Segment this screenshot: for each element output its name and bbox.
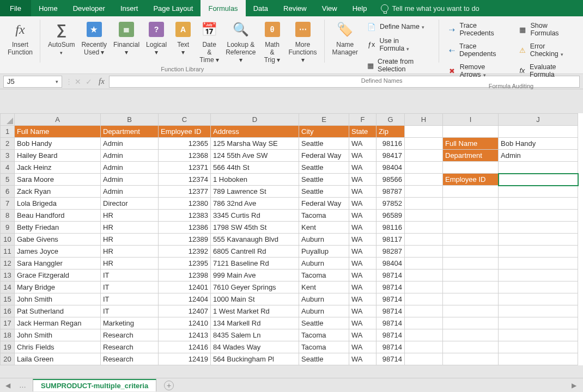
cell-E20[interactable]: Seattle	[299, 353, 349, 365]
cell-F10[interactable]: WA	[349, 234, 376, 246]
cell-I9[interactable]	[443, 222, 499, 234]
lookup-emp-label[interactable]: Employee ID	[443, 174, 499, 186]
cell-J18[interactable]	[499, 329, 578, 341]
enter-icon[interactable]: ✓	[83, 77, 94, 86]
cell-B8[interactable]: HR	[101, 210, 159, 222]
cell-B4[interactable]: Admin	[101, 162, 159, 174]
error-checking-button[interactable]: ⚠Error Checking	[516, 41, 576, 59]
cell-B19[interactable]: Research	[101, 341, 159, 353]
cell-C12[interactable]: 12395	[159, 258, 211, 270]
cell-G16[interactable]: 98714	[376, 305, 405, 317]
row-header-19[interactable]: 19	[1, 341, 15, 353]
row-header-11[interactable]: 11	[1, 246, 15, 258]
cell-I16[interactable]	[443, 305, 499, 317]
cell-B12[interactable]: HR	[101, 258, 159, 270]
recentbtn[interactable]: ★RecentlyUsed ▾	[78, 19, 110, 65]
cell-A14[interactable]: Mary Bridge	[15, 281, 101, 293]
cell-E8[interactable]: Tacoma	[299, 210, 349, 222]
autosumbtn[interactable]: ∑AutoSum ▾	[45, 19, 78, 65]
mathbtn[interactable]: θMath &Trig ▾	[259, 19, 286, 65]
menu-tab-view[interactable]: View	[314, 0, 345, 16]
cell-G20[interactable]: 98714	[376, 353, 405, 365]
cell-H4[interactable]	[405, 162, 443, 174]
cell-C7[interactable]: 12380	[159, 198, 211, 210]
row-header-13[interactable]: 13	[1, 270, 15, 281]
fx-icon-bar[interactable]: fx	[94, 77, 109, 86]
cell-I12[interactable]	[443, 258, 499, 270]
textbtn[interactable]: AText▾	[170, 19, 196, 65]
use-in-formula-button[interactable]: ƒxUse in Formula	[365, 36, 432, 53]
col-header-J[interactable]: J	[499, 114, 578, 126]
cell-C19[interactable]: 12416	[159, 341, 211, 353]
cell-G2[interactable]: 98116	[376, 138, 405, 150]
cell-H2[interactable]	[405, 138, 443, 150]
row-header-17[interactable]: 17	[1, 317, 15, 329]
cell-H3[interactable]	[405, 150, 443, 162]
lookup-fullname-value[interactable]: Bob Handy	[499, 138, 578, 150]
cell-J10[interactable]	[499, 234, 578, 246]
cell-I17[interactable]	[443, 317, 499, 329]
cell-B3[interactable]: Admin	[101, 150, 159, 162]
cell-G6[interactable]: 98787	[376, 186, 405, 198]
cell-I20[interactable]	[443, 353, 499, 365]
cell-F3[interactable]: WA	[349, 150, 376, 162]
cell-B14[interactable]: IT	[101, 281, 159, 293]
file-menu[interactable]: File	[0, 0, 31, 16]
menu-tab-home[interactable]: Home	[31, 0, 65, 16]
cell-B11[interactable]: HR	[101, 246, 159, 258]
cell-I7[interactable]	[443, 198, 499, 210]
col-header-I[interactable]: I	[443, 114, 499, 126]
col-header-D[interactable]: D	[211, 114, 299, 126]
table-header-4[interactable]: City	[299, 126, 349, 138]
table-header-0[interactable]: Full Name	[15, 126, 101, 138]
cell-H5[interactable]	[405, 174, 443, 186]
cell-J1[interactable]	[499, 126, 578, 138]
financialbtn[interactable]: ≣Financial▾	[110, 19, 143, 65]
cell-G14[interactable]: 98714	[376, 281, 405, 293]
chevron-down-icon[interactable]: ▾	[56, 79, 58, 84]
cell-E5[interactable]: Seattle	[299, 174, 349, 186]
cell-D2[interactable]: 125 Marsha Way SE	[211, 138, 299, 150]
cell-F15[interactable]: WA	[349, 293, 376, 305]
cell-A5[interactable]: Sara Moore	[15, 174, 101, 186]
cell-G4[interactable]: 98404	[376, 162, 405, 174]
row-header-2[interactable]: 2	[1, 138, 15, 150]
cell-B15[interactable]: IT	[101, 293, 159, 305]
cell-F5[interactable]: WA	[349, 174, 376, 186]
cell-I11[interactable]	[443, 246, 499, 258]
lookup-dept-label[interactable]: Department	[443, 150, 499, 162]
lookup-emp-value[interactable]	[499, 174, 578, 186]
remove-arrows-button[interactable]: ✖Remove Arrows	[446, 62, 508, 79]
row-header-20[interactable]: 20	[1, 353, 15, 365]
cell-A7[interactable]: Lola Brigeda	[15, 198, 101, 210]
cell-E4[interactable]: Seattle	[299, 162, 349, 174]
cell-B18[interactable]: Research	[101, 329, 159, 341]
cell-G12[interactable]: 98404	[376, 258, 405, 270]
cell-J14[interactable]	[499, 281, 578, 293]
cell-D4[interactable]: 566 44th St	[211, 162, 299, 174]
spreadsheet-grid[interactable]: ABCDEFGHIJ1Full NameDepartmentEmployee I…	[0, 113, 583, 365]
table-header-2[interactable]: Employee ID	[159, 126, 211, 138]
cell-E14[interactable]: Kent	[299, 281, 349, 293]
select-all-corner[interactable]	[1, 114, 15, 126]
cell-G19[interactable]: 98714	[376, 341, 405, 353]
cell-D17[interactable]: 134 Markell Rd	[211, 317, 299, 329]
cell-H9[interactable]	[405, 222, 443, 234]
lookupbtn[interactable]: 🔍Lookup &Reference ▾	[222, 19, 259, 65]
cell-C13[interactable]: 12398	[159, 270, 211, 281]
cell-F13[interactable]: WA	[349, 270, 376, 281]
datebtn[interactable]: 📅Date &Time ▾	[196, 19, 222, 65]
cell-B17[interactable]: Marketing	[101, 317, 159, 329]
cell-F18[interactable]: WA	[349, 329, 376, 341]
row-header-8[interactable]: 8	[1, 210, 15, 222]
cell-D12[interactable]: 7121 Baseline Rd	[211, 258, 299, 270]
cell-G17[interactable]: 98714	[376, 317, 405, 329]
morebtn[interactable]: ⋯MoreFunctions ▾	[286, 19, 320, 65]
cell-H8[interactable]	[405, 210, 443, 222]
cell-D7[interactable]: 786 32nd Ave	[211, 198, 299, 210]
cell-J12[interactable]	[499, 258, 578, 270]
cell-E18[interactable]: Tacoma	[299, 329, 349, 341]
cell-H14[interactable]	[405, 281, 443, 293]
new-sheet-button[interactable]: +	[164, 381, 174, 390]
cell-D18[interactable]: 8435 Salem Ln	[211, 329, 299, 341]
